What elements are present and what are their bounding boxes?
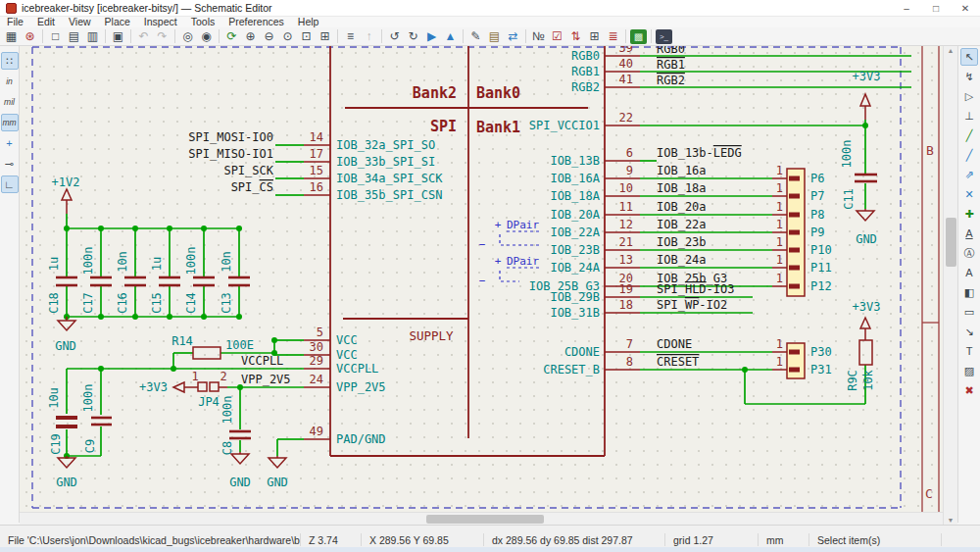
units-mils-icon[interactable]: mil [1,93,19,111]
connector-config[interactable]: 1 1 P30 P31 [772,337,832,378]
cursor-shape-icon[interactable]: + [1,134,19,152]
add-bus-entry-icon[interactable]: ⇗ [960,166,978,183]
dpair-annotations[interactable]: + DPair − + DPair − [479,219,542,287]
menu-help[interactable]: Help [291,17,326,27]
add-netclass-directive-icon[interactable]: A [960,264,978,281]
undo-icon[interactable]: ↶ [134,28,153,45]
print-icon[interactable]: ▤ [65,28,83,45]
mirror-vertical-icon[interactable]: ▶ [422,28,441,45]
add-no-connect-icon[interactable]: ✕ [960,185,978,203]
add-wire-icon[interactable]: ╱ [960,126,978,144]
menu-place[interactable]: Place [98,17,137,27]
units-inches-icon[interactable]: in [1,73,19,90]
erc-icon[interactable]: ☑ [548,28,566,45]
status-grid: grid 1.27 [664,533,758,546]
gnd-label: GND [56,476,77,489]
net-label-vpp2v5[interactable]: VPP_2V5 [241,373,291,386]
assign-footprints-icon[interactable]: ⇄ [504,28,522,45]
cap-value: 10n [116,251,129,273]
redo-icon[interactable]: ↷ [153,28,172,45]
menu-file[interactable]: File [0,17,30,27]
units-mm-icon[interactable]: mm [1,114,19,131]
gnd-pad[interactable]: GND [267,456,288,489]
zoom-out-icon[interactable]: ⊖ [260,28,278,45]
left-net-labels[interactable]: SPI_MOSI-IO0 SPI_MISO-IO1 SPI_SCK SPI_CS [188,130,273,194]
pin-number: 1 [776,218,783,231]
pin-number: 41 [619,73,633,86]
add-label-icon[interactable]: A [960,225,978,242]
close-button[interactable]: ✕ [951,0,980,16]
add-bus-icon[interactable]: ╱ [960,146,978,164]
plot-icon[interactable]: ▥ [83,28,102,45]
add-global-label-icon[interactable]: Ⓐ [960,244,978,262]
minimize-button[interactable]: – [892,0,921,16]
rgb-net-labels[interactable]: RGB0 RGB1 RGB2 [657,46,685,87]
symbol-editor-icon[interactable]: ✎ [466,28,485,45]
scroll-up-arrow[interactable]: ▲ [944,47,957,54]
find-icon[interactable]: ◎ [178,28,197,45]
horizontal-scroll-thumb[interactable] [426,515,544,524]
vertical-scroll-thumb[interactable] [946,218,956,267]
bom-icon[interactable]: ≣ [604,28,622,45]
scroll-down-arrow[interactable]: ▼ [944,517,957,524]
config-net-labels[interactable]: CDONE CRESET [657,337,699,369]
menu-tools[interactable]: Tools [184,17,222,27]
net-label: SPI_CS [231,180,273,194]
cap-ref: C11 [842,188,856,210]
paste-icon[interactable]: ▣ [109,28,127,45]
zoom-page-icon[interactable]: ⊙ [278,28,297,45]
pin-number: 14 [310,130,323,144]
add-symbol-icon[interactable]: ▷ [960,87,978,105]
capacitor-c11[interactable]: +3V3 100n C11 GND [840,70,880,246]
rotate-ccw-icon[interactable]: ↺ [385,28,404,45]
connector-io[interactable]: 1 1 1 1 1 1 1 P6 P7 P8 P9 P10 P11 P12 [772,164,832,296]
grid-visibility-icon[interactable]: ∷ [1,52,19,70]
hidden-pins-icon[interactable]: ⊸ [1,155,19,173]
add-text-icon[interactable]: T [960,342,978,360]
mirror-horizontal-icon[interactable]: ▲ [441,28,460,45]
highlight-net-icon[interactable]: ↯ [960,68,978,85]
zoom-fit-icon[interactable]: ⊡ [297,28,316,45]
add-image-icon[interactable]: ▨ [960,362,978,379]
select-tool-icon[interactable]: ↖ [960,48,978,66]
menu-preferences[interactable]: Preferences [221,17,291,27]
add-power-icon[interactable]: ⊥ [960,107,978,125]
add-sheet-icon[interactable]: ▭ [960,303,978,321]
new-sheet-icon[interactable]: □ [46,28,65,45]
resistor-r9c[interactable]: +3V3 R9C 10k [846,300,880,391]
maximize-button[interactable]: □ [921,0,951,16]
open-pcb-editor-icon[interactable]: ▩ [630,29,647,44]
hierarchy-navigator-icon[interactable]: ≡ [341,28,360,45]
find-replace-icon[interactable]: ◉ [197,28,216,45]
menu-view[interactable]: View [62,17,98,27]
scripting-console-icon[interactable]: >_ [656,29,672,44]
zoom-in-icon[interactable]: ⊕ [241,28,260,45]
menu-inspect[interactable]: Inspect [137,17,184,27]
save-icon[interactable]: ▦ [2,28,21,45]
hv-wires-icon[interactable]: ∟ [1,176,19,193]
add-hier-label-icon[interactable]: ◧ [960,283,978,301]
net-label-vccpll[interactable]: VCCPLL [241,354,283,368]
fpga-symbol[interactable]: Bank2 Bank0 SPI Bank1 SUPPLY 14 17 15 16… [304,46,640,456]
vertical-scrollbar[interactable]: ▲ ▼ [943,46,957,525]
import-sheet-pin-icon[interactable]: ↘ [960,323,978,340]
schematic-setup-icon[interactable]: ⊛ [21,28,39,45]
leave-sheet-icon[interactable]: ↑ [360,28,378,45]
capacitor-c8[interactable]: 100n C8 GND [220,396,251,489]
jumper-jp4[interactable]: +3V3 1 2 JP4 [139,370,227,409]
io-net-labels[interactable]: IOB_13b-LEDG IOB_16a IOB_18a IOB_20a IOB… [657,146,742,312]
delete-tool-icon[interactable]: ✖ [960,381,978,399]
update-pcb-icon[interactable]: ⇅ [566,28,585,45]
capacitors-c19-c9[interactable]: 10u C19 100n C9 GND [47,384,112,489]
horizontal-scrollbar[interactable] [20,512,943,525]
annotate-icon[interactable]: № [529,28,548,45]
add-junction-icon[interactable]: ✚ [960,205,978,223]
symbol-library-browser-icon[interactable]: ▤ [485,28,504,45]
symbol-fields-table-icon[interactable]: ⊞ [585,28,604,45]
schematic-canvas[interactable]: B C Bank2 Bank0 SPI Bank1 SUPPLY [20,46,943,512]
rotate-cw-icon[interactable]: ↻ [404,28,422,45]
refresh-icon[interactable]: ⟳ [222,28,241,45]
zoom-selection-icon[interactable]: ⊞ [316,28,334,45]
menu-edit[interactable]: Edit [30,17,62,27]
decoupling-cap-bank[interactable]: +1V2 1u C18 100n C17 10n [47,176,250,353]
